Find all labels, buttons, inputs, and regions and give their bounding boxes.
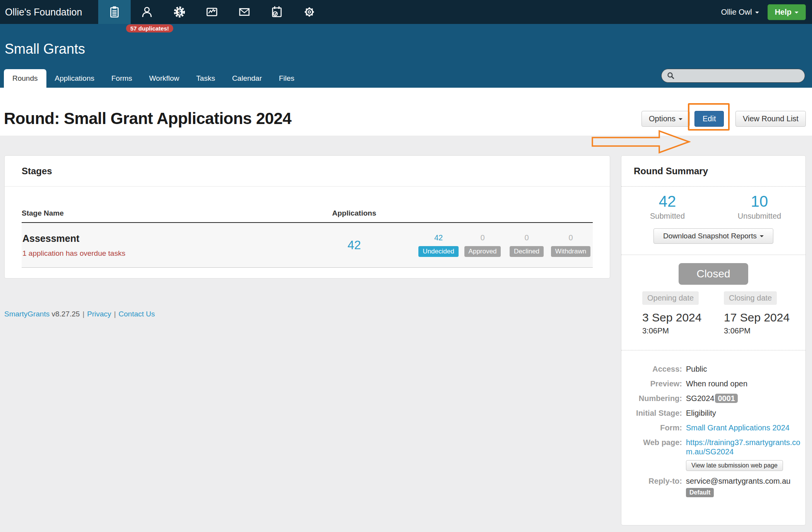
- stages-panel-title: Stages: [5, 156, 610, 187]
- round-status-badge: Closed: [679, 263, 748, 285]
- preview-label: Preview:: [621, 379, 682, 388]
- preview-value: When round open: [686, 379, 800, 388]
- footer-version: v8.27.25: [49, 310, 80, 318]
- stage-name-link[interactable]: Assessment: [22, 233, 312, 244]
- column-header-stage-name: Stage Name: [22, 209, 312, 218]
- round-dates-section: Closed Opening date 3 Sep 2024 3:06PM Cl…: [621, 255, 805, 350]
- undecided-count[interactable]: 42: [434, 233, 443, 242]
- reply-to-label: Reply-to:: [621, 476, 682, 486]
- help-button[interactable]: Help: [768, 4, 806, 20]
- tab-forms[interactable]: Forms: [103, 69, 141, 88]
- footer-privacy-link[interactable]: Privacy: [87, 310, 111, 318]
- reply-to-value: service@smartygrants.com.au: [686, 476, 800, 486]
- nav-finance-tab[interactable]: $: [163, 0, 196, 24]
- declined-badge[interactable]: Declined: [510, 246, 544, 257]
- status-approved: 0 Approved: [461, 233, 505, 257]
- search-container: [661, 69, 805, 83]
- mail-icon: [238, 5, 251, 19]
- stage-applications-count[interactable]: 42: [312, 238, 397, 252]
- round-summary-stats-section: 42 Submitted 10 Unsubmitted Download Sna…: [621, 187, 805, 255]
- nav-tasks-tab[interactable]: [261, 0, 293, 24]
- numbering-suffix-badge: 0001: [715, 394, 738, 403]
- program-subheader: Small Grants Rounds Applications Forms W…: [0, 24, 812, 88]
- undecided-badge[interactable]: Undecided: [418, 246, 458, 257]
- approved-count[interactable]: 0: [480, 233, 484, 242]
- tab-workflow[interactable]: Workflow: [141, 69, 188, 88]
- unsubmitted-count[interactable]: 10: [713, 193, 805, 210]
- form-link[interactable]: Small Grant Applications 2024: [686, 423, 790, 432]
- options-button-label: Options: [649, 114, 676, 123]
- user-menu-label: Ollie Owl: [721, 8, 752, 16]
- tab-calendar[interactable]: Calendar: [223, 69, 270, 88]
- chevron-down-icon: [795, 12, 798, 14]
- chevron-down-icon: [760, 235, 764, 237]
- tab-files[interactable]: Files: [270, 69, 303, 88]
- initial-stage-label: Initial Stage:: [621, 408, 682, 418]
- person-icon: [140, 5, 154, 19]
- closing-date-label: Closing date: [724, 291, 777, 305]
- stages-table: Stage Name Applications Assessment 1 app…: [22, 187, 593, 268]
- user-menu[interactable]: Ollie Owl: [721, 8, 759, 17]
- stages-table-header: Stage Name Applications: [22, 187, 593, 223]
- search-input[interactable]: [661, 69, 805, 83]
- detail-row-access: Access: Public: [621, 364, 805, 374]
- nav-reports-tab[interactable]: [196, 0, 228, 24]
- closing-date-value: 17 Sep 2024: [724, 311, 805, 324]
- view-round-list-button[interactable]: View Round List: [735, 111, 806, 127]
- nav-settings-tab[interactable]: [293, 0, 326, 24]
- opening-date-value: 3 Sep 2024: [642, 311, 724, 324]
- page-header: Round: Small Grant Applications 2024 Opt…: [0, 88, 812, 136]
- tab-rounds[interactable]: Rounds: [4, 69, 46, 88]
- submitted-count[interactable]: 42: [621, 193, 713, 210]
- detail-row-numbering: Numbering: SG20240001: [621, 394, 805, 403]
- opening-time-value: 3:06PM: [642, 326, 724, 335]
- dollar-gear-icon: $: [173, 5, 186, 19]
- footer-separator: |: [82, 310, 84, 318]
- closing-date-block: Closing date 17 Sep 2024 3:06PM: [724, 291, 805, 335]
- tab-tasks[interactable]: Tasks: [188, 69, 224, 88]
- download-snapshot-reports-button[interactable]: Download Snapshot Reports: [653, 228, 773, 244]
- web-page-label: Web page:: [621, 438, 682, 456]
- detail-row-form: Form: Small Grant Applications 2024: [621, 423, 805, 432]
- stage-row: Assessment 1 application has overdue tas…: [22, 223, 593, 268]
- edit-button[interactable]: Edit: [694, 111, 724, 127]
- options-button[interactable]: Options: [641, 111, 690, 127]
- initial-stage-value: Eligibility: [686, 408, 800, 418]
- detail-row-preview: Preview: When round open: [621, 379, 805, 388]
- withdrawn-badge[interactable]: Withdrawn: [551, 246, 590, 257]
- navbar-right: Ollie Owl Help: [721, 4, 812, 20]
- help-button-label: Help: [775, 8, 792, 16]
- nav-mail-tab[interactable]: [228, 0, 261, 24]
- detail-row-initial-stage: Initial Stage: Eligibility: [621, 408, 805, 418]
- detail-row-reply-to: Reply-to: service@smartygrants.com.au: [621, 476, 805, 486]
- approved-badge[interactable]: Approved: [464, 246, 501, 257]
- svg-text:$: $: [178, 9, 181, 15]
- tab-applications[interactable]: Applications: [46, 69, 103, 88]
- stage-info: Assessment 1 application has overdue tas…: [22, 233, 312, 258]
- footer-contact-link[interactable]: Contact Us: [119, 310, 155, 318]
- declined-count[interactable]: 0: [524, 233, 529, 242]
- status-withdrawn: 0 Withdrawn: [549, 233, 593, 257]
- view-late-submission-button[interactable]: View late submission web page: [686, 460, 783, 471]
- access-value: Public: [686, 364, 800, 374]
- unsubmitted-stat: 10 Unsubmitted: [713, 193, 805, 221]
- gear-icon: [303, 5, 316, 19]
- stage-overdue-warning: 1 application has overdue tasks: [22, 249, 312, 258]
- program-tabs: Rounds Applications Forms Workflow Tasks…: [4, 69, 303, 88]
- footer: SmartyGrants v8.27.25|Privacy|Contact Us: [4, 310, 155, 318]
- status-undecided: 42 Undecided: [416, 233, 461, 257]
- nav-contacts-tab[interactable]: [131, 0, 163, 24]
- clipboard-icon: [108, 5, 121, 19]
- submitted-stat: 42 Submitted: [621, 193, 713, 221]
- page-title: Round: Small Grant Applications 2024: [4, 109, 292, 128]
- withdrawn-count[interactable]: 0: [568, 233, 573, 242]
- round-summary-panel: Round Summary 42 Submitted 10 Unsubmitte…: [621, 155, 806, 525]
- footer-product-link[interactable]: SmartyGrants: [4, 310, 49, 318]
- web-page-link[interactable]: https://training37.smartygrants.com.au/S…: [686, 438, 800, 456]
- footer-separator: |: [114, 310, 116, 318]
- opening-date-block: Opening date 3 Sep 2024 3:06PM: [642, 291, 724, 335]
- duplicates-alert-badge[interactable]: 57 duplicates!: [126, 24, 173, 32]
- closing-time-value: 3:06PM: [724, 326, 805, 335]
- numbering-label: Numbering:: [621, 394, 682, 403]
- nav-applications-tab[interactable]: [98, 0, 131, 24]
